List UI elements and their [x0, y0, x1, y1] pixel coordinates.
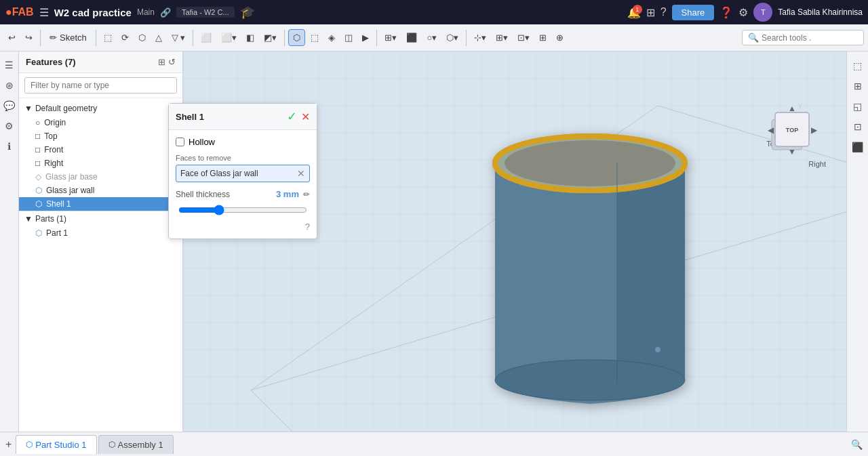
tree-item-top[interactable]: □ Top: [19, 129, 182, 143]
tool-btn-6[interactable]: ⬜: [197, 30, 216, 45]
sidebar-icon-filter[interactable]: ⊛: [3, 77, 16, 94]
tree-item-front-label: Front: [44, 145, 63, 154]
tool-btn-9[interactable]: ◩▾: [260, 30, 281, 45]
sketch-btn[interactable]: ✏ Sketch: [44, 30, 92, 45]
right-tool-1[interactable]: ⬚: [850, 57, 865, 75]
feature-refresh-btn[interactable]: ↺: [168, 57, 176, 67]
shell-cancel-btn[interactable]: ✕: [301, 110, 310, 123]
right-tool-3[interactable]: ◱: [850, 98, 865, 115]
right-tool-view[interactable]: ⬛: [848, 138, 867, 156]
tool-btn-7[interactable]: ⬜▾: [217, 30, 241, 45]
tree-item-shell1[interactable]: ⬡ Shell 1: [19, 197, 182, 211]
undo-btn[interactable]: ↩: [4, 30, 20, 45]
shell-header: Shell 1 ✓ ✕: [169, 104, 317, 130]
thickness-slider[interactable]: [178, 205, 307, 215]
redo-btn[interactable]: ↪: [21, 30, 37, 45]
tool-btn-4[interactable]: △: [151, 30, 166, 45]
sidebar-icon-settings[interactable]: ⚙: [2, 118, 16, 134]
chevron-down-parts-icon: ▼: [24, 214, 33, 224]
sidebar-icon-comment[interactable]: 💬: [1, 98, 18, 114]
notification-btn[interactable]: 🔔 1: [627, 6, 641, 19]
add-tab-btn[interactable]: +: [5, 438, 12, 451]
topbar-right: 🔔 1 ⊞ ? Share ❓ ⚙ T Tafia Sabila Khairin…: [627, 3, 863, 22]
sketch-icon: ◇: [35, 172, 41, 182]
sidebar-icon-info[interactable]: ℹ: [5, 138, 14, 154]
tool-btn-10[interactable]: ⬚: [307, 30, 323, 45]
features-title: Features (7): [26, 57, 154, 67]
face-remove-btn[interactable]: ✕: [297, 168, 305, 179]
tree-item-right-label: Right: [44, 159, 63, 168]
feature-header: Features (7) ⊞ ↺: [19, 51, 182, 73]
sidebar-icon-menu[interactable]: ☰: [2, 57, 16, 73]
feature-expand-btn[interactable]: ⊞: [158, 57, 165, 67]
sep3: [193, 30, 193, 46]
tool-btn-11[interactable]: ◈: [324, 30, 339, 45]
tab-assembly[interactable]: ⬡ Assembly 1: [98, 435, 174, 454]
tree-item-glass-base[interactable]: ◇ Glass jar base: [19, 170, 182, 184]
tool-btn-8[interactable]: ◧: [242, 30, 258, 45]
tree-item-glass-wall[interactable]: ⬡ Glass jar wall: [19, 184, 182, 197]
tree-item-front[interactable]: □ Front: [19, 143, 182, 157]
feature-panel: Features (7) ⊞ ↺ ▼ Default geometry ○ Or…: [19, 51, 183, 432]
svg-text:▶: ▶: [811, 125, 818, 135]
faces-label: Faces to remove: [176, 154, 310, 162]
tool-btn-13[interactable]: ▶: [358, 30, 373, 45]
thickness-edit-btn[interactable]: ✏: [303, 190, 310, 199]
shell-help-btn[interactable]: ?: [305, 222, 310, 232]
tab-part-studio[interactable]: ⬡ Part Studio 1: [16, 435, 96, 454]
tool-btn-15[interactable]: ⬛: [402, 30, 421, 45]
shell-dialog: Shell 1 ✓ ✕ Hollow Faces to remove Face …: [168, 103, 317, 239]
filter-input[interactable]: [24, 77, 177, 94]
right-tool-2[interactable]: ⊞: [850, 77, 865, 95]
menu-icon[interactable]: ☰: [39, 6, 49, 19]
feature-header-icons: ⊞ ↺: [158, 57, 176, 67]
tree-item-origin[interactable]: ○ Origin: [19, 116, 182, 129]
feature-tree: ▼ Default geometry ○ Origin □ Top □ Fron…: [19, 98, 182, 432]
tool-btn-14[interactable]: ⊞▾: [380, 30, 401, 45]
plane-top-icon: □: [35, 131, 40, 141]
tool-btn-21[interactable]: ⊞: [535, 30, 551, 45]
tool-btn-18[interactable]: ⊹▾: [470, 30, 490, 45]
tool-btn-16[interactable]: ○▾: [422, 30, 441, 45]
help-icon-btn[interactable]: ?: [660, 6, 667, 18]
pencil-icon: ✏: [50, 33, 57, 43]
origin-icon: ○: [35, 118, 40, 127]
tool-btn-19[interactable]: ⊞▾: [492, 30, 512, 45]
tool-btn-12[interactable]: ◫: [340, 30, 357, 45]
default-geometry-section[interactable]: ▼ Default geometry: [19, 101, 182, 116]
topbar: ●FAB ☰ W2 cad practice Main 🔗 Tafia - W2…: [0, 0, 868, 24]
tool-btn-17[interactable]: ⬡▾: [442, 30, 462, 45]
grid-icon-btn[interactable]: ⊞: [646, 6, 655, 19]
shell-confirm-btn[interactable]: ✓: [287, 109, 297, 124]
part-studio-icon: ⬡: [26, 440, 33, 449]
share-button[interactable]: Share: [672, 5, 715, 20]
face-value-text: Face of Glass jar wall: [180, 169, 297, 178]
bottom-right-controls: 🔍: [851, 439, 863, 450]
tree-item-shell1-label: Shell 1: [46, 199, 71, 209]
left-sidebar-icons: ☰ ⊛ 💬 ⚙ ℹ: [0, 51, 19, 432]
chevron-down-icon: ▼: [24, 104, 33, 113]
tool-btn-22[interactable]: ⊕: [552, 30, 568, 45]
right-sidebar: ⬚ ⊞ ◱ ⊡ ⬛: [846, 51, 868, 432]
search-input[interactable]: [762, 33, 843, 43]
tool-btn-3[interactable]: ⬡: [134, 30, 150, 45]
tool-btn-2[interactable]: ⟳: [117, 30, 133, 45]
parts-section-header[interactable]: ▼ Parts (1): [19, 211, 182, 226]
hollow-checkbox[interactable]: [176, 138, 184, 146]
faces-section: Faces to remove Face of Glass jar wall ✕: [176, 154, 310, 182]
svg-text:▲: ▲: [788, 106, 796, 113]
right-tool-4[interactable]: ⊡: [850, 118, 865, 136]
sep6: [466, 30, 467, 46]
tool-btn-shell[interactable]: ⬡: [288, 29, 305, 46]
breadcrumb-project[interactable]: Tafia - W2 C...: [176, 7, 235, 18]
tree-item-part1[interactable]: ⬡ Part 1: [19, 226, 182, 240]
orientation-cube[interactable]: TOP ▼ ▶ ◀ ▲: [765, 106, 819, 160]
user-menu-btn[interactable]: ⚙: [738, 6, 748, 19]
tool-btn-1[interactable]: ⬚: [100, 30, 116, 45]
tool-btn-5[interactable]: ▽ ▾: [167, 30, 190, 45]
tree-item-right[interactable]: □ Right: [19, 157, 182, 170]
bottom-search-btn[interactable]: 🔍: [851, 439, 863, 450]
help-circle-icon-btn[interactable]: ❓: [719, 6, 733, 19]
tool-btn-20[interactable]: ⊡▾: [513, 30, 534, 45]
faces-value: Face of Glass jar wall ✕: [176, 165, 310, 182]
